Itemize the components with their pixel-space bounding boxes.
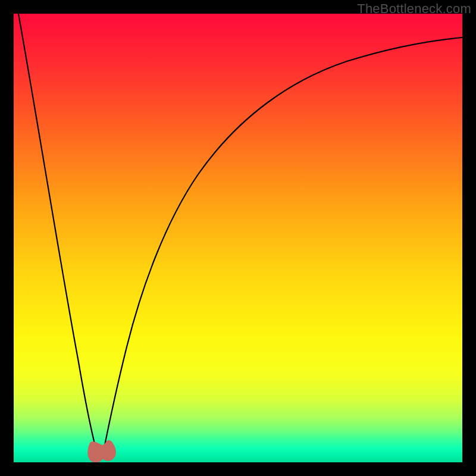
curve-left-branch [18, 14, 98, 454]
chart-frame: TheBottleneck.com [0, 0, 476, 476]
curves-layer [14, 14, 462, 462]
watermark-text: TheBottleneck.com [357, 1, 471, 17]
plot-area [14, 14, 462, 462]
minimum-marker [91, 444, 112, 459]
curve-right-branch [103, 37, 462, 454]
